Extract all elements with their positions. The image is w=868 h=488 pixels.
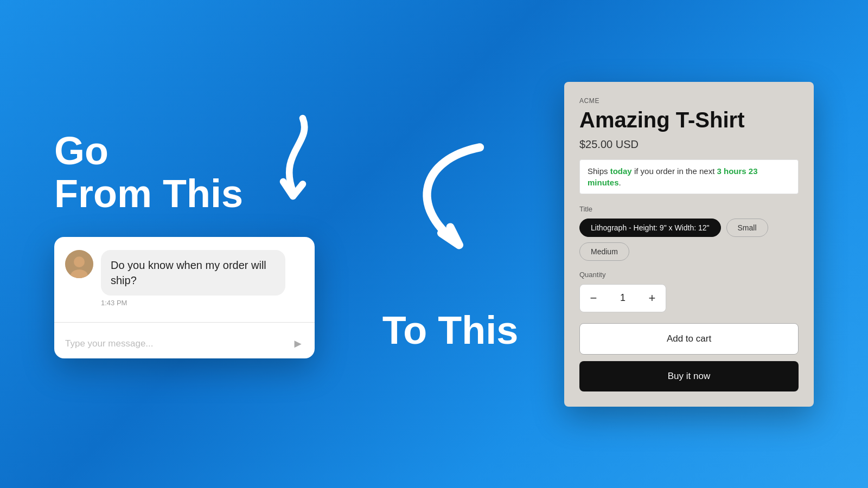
product-title: Amazing T-Shirt [579, 107, 799, 133]
add-to-cart-button[interactable]: Add to cart [579, 323, 799, 355]
variant-lithograph[interactable]: Lithograph - Height: 9" x Width: 12" [579, 219, 721, 237]
variant-buttons: Lithograph - Height: 9" x Width: 12" Sma… [579, 219, 799, 261]
shipping-suffix: . [619, 178, 621, 187]
chat-message-row: Do you know when my order will ship? [65, 250, 304, 296]
shipping-prefix: Ships [588, 166, 610, 176]
chat-input-row: Type your message... ► [54, 329, 315, 358]
send-icon[interactable]: ► [292, 337, 304, 351]
arrow-right-icon [396, 136, 505, 266]
avatar [65, 250, 93, 278]
shipping-banner: Ships today if you order in the next 3 h… [579, 159, 799, 194]
product-brand: ACME [579, 97, 799, 105]
quantity-stepper: − 1 + [579, 284, 666, 312]
message-timestamp: 1:43 PM [101, 299, 304, 307]
right-section: ACME Amazing T-Shirt $25.00 USD Ships to… [564, 82, 814, 407]
variant-label: Title [579, 205, 799, 213]
svg-point-1 [74, 256, 85, 267]
chat-messages-area: Do you know when my order will ship? 1:4… [54, 237, 315, 316]
quantity-value: 1 [607, 292, 639, 304]
left-section: Go From This [54, 130, 336, 358]
chat-card: Do you know when my order will ship? 1:4… [54, 237, 315, 358]
main-scene: Go From This [54, 27, 814, 461]
product-price: $25.00 USD [579, 138, 799, 151]
headline-from: Go From This [54, 130, 243, 215]
headline-to: To This [382, 309, 519, 352]
quantity-label: Quantity [579, 271, 799, 279]
arrow-down-icon [260, 113, 326, 211]
variant-medium[interactable]: Medium [579, 242, 629, 261]
variant-small[interactable]: Small [726, 219, 768, 237]
shipping-middle: if you order in the next [632, 166, 717, 176]
quantity-increase[interactable]: + [639, 285, 666, 312]
product-card: ACME Amazing T-Shirt $25.00 USD Ships to… [564, 82, 814, 407]
buy-now-button[interactable]: Buy it now [579, 361, 799, 391]
quantity-decrease[interactable]: − [580, 285, 607, 312]
middle-section: To This [363, 136, 537, 352]
chat-input[interactable]: Type your message... [65, 338, 285, 349]
message-bubble: Do you know when my order will ship? [101, 250, 285, 296]
shipping-today: today [610, 166, 632, 176]
chat-divider [54, 322, 315, 323]
